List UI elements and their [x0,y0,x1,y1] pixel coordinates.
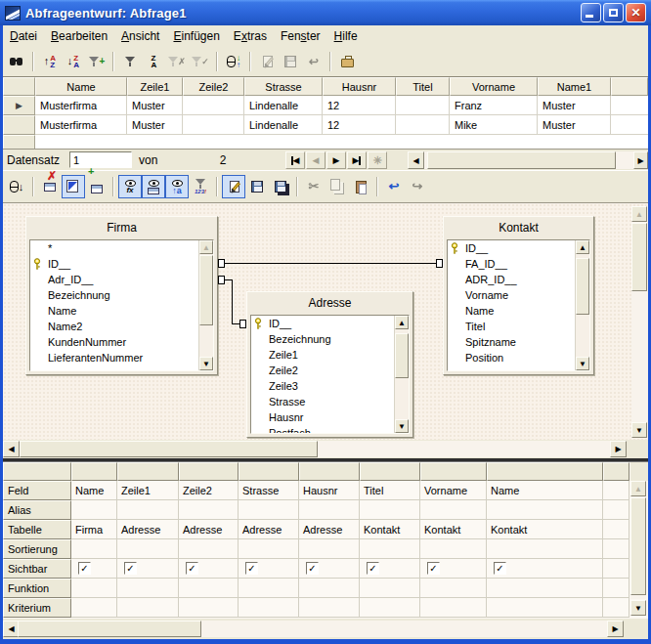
column-header-hausnr[interactable]: Hausnr [323,77,396,96]
field-spitzname[interactable]: Spitzname [448,334,589,350]
qbe-cell[interactable] [179,500,239,520]
design-view-onoff-button[interactable] [62,175,85,198]
cell[interactable] [183,115,244,135]
field-fa-id-[interactable]: FA_ID__ [448,256,589,272]
qbe-column-header[interactable] [487,462,603,481]
qbe-cell[interactable]: Kontakt [360,520,420,539]
cell[interactable]: 12 [323,96,396,115]
qbe-cell[interactable] [179,598,239,618]
qbe-cell[interactable] [487,500,603,520]
qbe-cell[interactable] [360,579,420,598]
field-scroll-down-button[interactable]: ▼ [576,357,589,370]
visible-checkbox[interactable]: ✓ [367,562,379,575]
qbe-column-header[interactable] [71,462,117,481]
qbe-cell[interactable] [299,539,360,559]
qbe-scroll-up-button[interactable]: ▲ [630,481,646,496]
field-scroll-thumb[interactable] [576,258,589,315]
field--[interactable]: * [30,240,213,256]
qbe-cell[interactable] [117,539,179,559]
run-query-button[interactable]: ↓ [5,175,28,198]
field-scroll-thumb[interactable] [395,333,409,378]
cell[interactable] [183,96,244,115]
table-box-firma[interactable]: Firma*ID__Adr_ID__BezeichnungNameName2Ku… [25,216,218,375]
menu-fenster[interactable]: Fenster [274,27,327,45]
undo-button[interactable]: ↩ [382,175,406,198]
qbe-cell[interactable] [420,579,487,598]
qbe-cell[interactable] [239,579,299,598]
qbe-cell[interactable] [299,500,360,520]
design-scroll-down-button[interactable]: ▼ [631,422,647,438]
qbe-column-header[interactable] [299,462,360,481]
qbe-cell[interactable]: ✓ [71,559,117,579]
qbe-cell[interactable]: ✓ [239,559,299,579]
cell[interactable]: Muster [538,96,611,115]
cell[interactable]: Franz [450,96,538,115]
switch-design-view-button[interactable] [222,175,245,198]
table-box-title[interactable]: Adresse [247,292,412,314]
visible-checkbox[interactable]: ✓ [186,562,198,575]
clear-query-button[interactable]: ✗ [38,175,62,198]
qbe-cell[interactable] [117,579,179,598]
field-scroll-up-button[interactable]: ▲ [576,240,589,254]
menu-bearbeiten[interactable]: Bearbeiten [44,27,114,45]
qbe-cell[interactable]: Titel [360,481,420,500]
field-vorname[interactable]: Vorname [448,287,589,303]
minimize-button[interactable] [581,3,601,22]
qbe-cell[interactable]: ✓ [360,559,420,579]
qbe-column-header[interactable] [179,462,239,481]
menu-extras[interactable]: Extras [227,27,274,45]
qbe-cell[interactable]: Adresse [117,520,179,539]
save-button[interactable] [245,175,269,198]
visible-checkbox[interactable]: ✓ [78,562,91,575]
field-strasse[interactable]: Strasse [251,394,409,409]
save-as-button[interactable] [269,175,292,198]
qbe-cell[interactable]: Hausnr [299,481,360,500]
join-line[interactable] [225,263,436,264]
column-header-name1[interactable]: Name1 [538,77,611,96]
table-box-title[interactable]: Firma [26,217,217,238]
refresh-display-button[interactable]: ↓↑ [222,50,245,73]
cell[interactable]: Muster [127,115,183,135]
field-lieferantennummer[interactable]: LieferantenNummer [30,350,213,365]
qbe-cell[interactable] [71,500,117,520]
column-header-zeile2[interactable]: Zeile2 [183,77,244,96]
distinct-values-button[interactable]: 123! [189,175,212,198]
field-id-[interactable]: ID__ [30,256,213,272]
find-record-button[interactable] [5,50,28,73]
qbe-cell[interactable]: Zeile2 [179,481,239,500]
field-scroll-thumb[interactable] [199,255,213,325]
column-header-titel[interactable]: Titel [396,77,450,96]
cell[interactable]: Musterfirma [35,115,127,135]
table-box-kontakt[interactable]: KontaktID__FA_ID__ADR_ID__VornameNameTit… [443,216,594,375]
qbe-hscroll-thumb[interactable] [18,621,201,637]
qbe-column-header[interactable] [117,462,179,481]
qbe-cell[interactable] [360,539,420,559]
visible-checkbox[interactable]: ✓ [427,562,440,575]
field-scroll-up-button[interactable]: ▲ [395,316,409,329]
cell[interactable]: Musterfirma [35,96,127,115]
qbe-cell[interactable] [487,598,603,618]
column-header-zeile1[interactable]: Zeile1 [127,77,183,96]
cell[interactable]: Muster [538,115,611,135]
qbe-cell[interactable] [71,579,117,598]
qbe-cell[interactable]: Strasse [239,481,299,500]
sort-ascending-button[interactable]: ↑AZ [38,50,62,73]
field-scroll-down-button[interactable]: ▼ [395,419,409,433]
qbe-cell[interactable] [299,579,360,598]
table-name-button[interactable] [142,175,165,198]
menu-datei[interactable]: Datei [3,27,44,45]
qbe-cell[interactable] [487,579,603,598]
qbe-cell[interactable]: Name [487,481,603,500]
field-kundennummer[interactable]: KundenNummer [30,334,213,350]
qbe-cell[interactable] [179,539,239,559]
qbe-cell[interactable] [239,539,299,559]
qbe-cell[interactable]: ✓ [117,559,179,579]
menu-hilfe[interactable]: Hilfe [327,27,365,45]
join-line[interactable] [232,279,233,324]
qbe-cell[interactable] [239,500,299,520]
qbe-cell[interactable] [117,598,179,618]
qbe-scroll-thumb[interactable] [630,497,646,595]
close-button[interactable]: ✕ [626,3,646,22]
qbe-column-header[interactable] [360,462,420,481]
field-zeile3[interactable]: Zeile3 [251,378,409,394]
